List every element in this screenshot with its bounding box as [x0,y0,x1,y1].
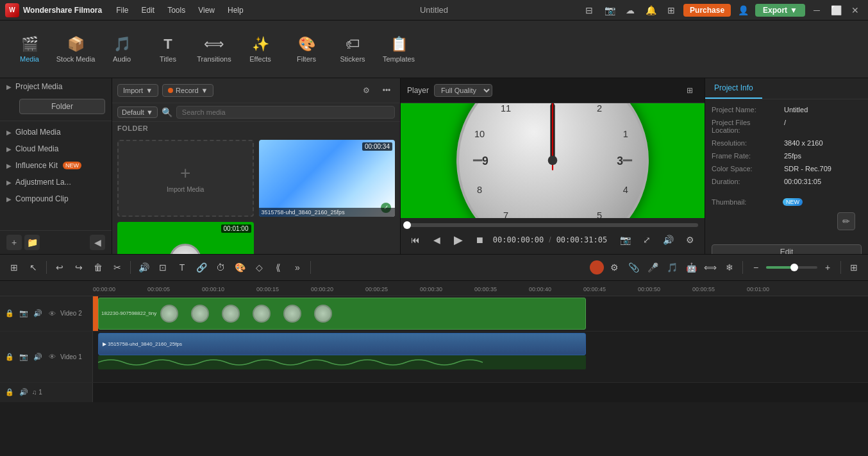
menu-edit[interactable]: Edit [136,4,160,16]
tool-stickers[interactable]: 🏷 Stickers [331,25,374,74]
track-camera-button[interactable]: 📷 [18,308,29,319]
edit-thumbnail-button[interactable]: ✏ [837,212,855,230]
import-media-item[interactable]: + Import Media [117,140,254,217]
track1-eye-button[interactable]: 👁 [46,351,58,362]
tab-project-info[interactable]: Project Info [705,78,762,99]
clip-tl-button[interactable]: 📎 [624,258,642,276]
track1-mute-button[interactable]: 🔊 [32,351,44,362]
play-backward-button[interactable]: ◀ [428,231,444,249]
zoom-out-button[interactable]: − [747,258,765,276]
sidebar-item-project-media[interactable]: ▶ Project Media [0,78,112,95]
minimize-window-icon[interactable]: ⊟ [581,2,597,19]
win-minimize-button[interactable]: ─ [809,3,824,18]
prev-frame-button[interactable]: ⏮ [407,231,423,249]
default-select[interactable]: Default ▼ [117,106,158,118]
transition-tl-button[interactable]: ⟺ [701,258,719,276]
color-button[interactable]: 🎨 [231,258,249,276]
tool-titles[interactable]: T Titles [146,25,190,74]
settings-button[interactable]: ⚙ [681,231,697,249]
purchase-button[interactable]: Purchase [683,4,731,17]
layout-button[interactable]: ⊞ [845,258,863,276]
cut-button[interactable]: ✂ [108,258,126,276]
tool-stock-media[interactable]: 📦 Stock Media [54,25,97,74]
keyframe-button[interactable]: ◇ [250,258,268,276]
export-button[interactable]: Export ▼ [755,4,805,17]
templates-label: Templates [383,55,415,63]
win-close-button[interactable]: ✕ [847,3,863,18]
select-tool-button[interactable]: ↖ [24,258,42,276]
zoom-slider[interactable] [766,266,817,269]
import-button[interactable]: Import ▼ [117,84,158,97]
play-button[interactable]: ▶ [450,231,466,249]
tool-transitions[interactable]: ⟺ Transitions [192,25,236,74]
edit-button[interactable]: Edit [712,244,862,254]
audio1-mute-button[interactable]: 🔊 [18,387,29,398]
stop-button[interactable]: ⏹ [471,231,487,249]
record-button[interactable]: Record ▼ [162,84,213,97]
sidebar-item-influence-kit[interactable]: ▶ Influence Kit NEW [0,157,112,174]
crop-button[interactable]: ⊡ [154,258,172,276]
camera-icon[interactable]: 📷 [601,2,618,19]
split-button[interactable]: ⟪ [269,258,287,276]
delete-button[interactable]: 🗑 [89,258,107,276]
track-eye-button[interactable]: 👁 [46,308,58,319]
track1-lock-button[interactable]: 🔒 [4,351,15,362]
quality-select[interactable]: Full Quality Half Quality [434,84,492,97]
notification-icon[interactable]: 🔔 [642,2,659,19]
sidebar-item-global-media[interactable]: ▶ Global Media [0,124,112,140]
tool-media[interactable]: 🎬 Media [8,25,51,74]
more-icon[interactable]: ••• [378,82,395,99]
zoom-in-button[interactable]: + [819,258,837,276]
clip2-duration: 00:01:00 [221,224,251,233]
menu-help[interactable]: Help [222,4,249,16]
freeze-button[interactable]: ❄ [721,258,739,276]
ai-button[interactable]: 🤖 [682,258,700,276]
sidebar-item-compound-clip[interactable]: ▶ Compound Clip [0,190,112,207]
tool-templates[interactable]: 📋 Templates [377,25,421,74]
track-mute-button[interactable]: 🔊 [32,308,44,319]
sidebar-item-cloud-media[interactable]: ▶ Cloud Media [0,140,112,157]
tool-audio[interactable]: 🎵 Audio [100,25,144,74]
clip-video1[interactable]: ▶ 3515758-uhd_3840_2160_25fps [98,333,586,355]
tool-filters[interactable]: 🎨 Filters [285,25,328,74]
sidebar-item-adjustment[interactable]: ▶ Adjustment La... [0,174,112,190]
undo-button[interactable]: ↩ [51,258,69,276]
grid-icon[interactable]: ⊞ [663,2,680,19]
menu-view[interactable]: View [193,4,220,16]
screenshot-button[interactable]: 📷 [617,231,633,249]
link-button[interactable]: 🔗 [192,258,210,276]
media-item-clip2[interactable]: 🕛 00:01:00 clock-green-screen [117,222,254,254]
text-button[interactable]: T [173,258,191,276]
fullscreen-button[interactable]: ⤢ [639,231,655,249]
more-tl-btn[interactable]: » [288,258,306,276]
record-tl-button[interactable] [590,260,604,274]
account-icon[interactable]: 👤 [735,2,751,19]
audio-detach-button[interactable]: 🔊 [135,258,153,276]
new-folder-button[interactable]: 📁 [24,235,40,250]
voice-button[interactable]: 🎤 [644,258,662,276]
volume-button[interactable]: 🔊 [660,231,676,249]
settings-tl-button[interactable]: ⚙ [605,258,623,276]
tool-effects[interactable]: ✨ Effects [238,25,282,74]
beat-button[interactable]: 🎵 [663,258,681,276]
split-mode-button[interactable]: ⊞ [5,258,23,276]
win-restore-button[interactable]: ⬜ [828,3,844,18]
menu-right: ⊟ 📷 ☁ 🔔 ⊞ Purchase 👤 Export ▼ ─ ⬜ ✕ [581,2,863,19]
preview-settings-icon[interactable]: ⊞ [681,82,698,99]
folder-button[interactable]: Folder [19,99,105,114]
filter-icon[interactable]: ⚙ [358,82,374,99]
track-lock-button[interactable]: 🔒 [4,308,15,319]
add-folder-button[interactable]: + [6,235,22,250]
audio1-lock-button[interactable]: 🔒 [4,387,15,398]
menu-file[interactable]: File [111,4,133,16]
progress-bar[interactable] [407,223,698,227]
search-input[interactable] [176,106,395,119]
collapse-panel-button[interactable]: ◀ [90,235,105,250]
menu-tools[interactable]: Tools [162,4,190,16]
speed-button[interactable]: ⏱ [212,258,230,276]
clip-video2[interactable]: 182230-907598822_tiny [98,298,586,330]
track1-camera-button[interactable]: 📷 [18,351,29,362]
cloud-icon[interactable]: ☁ [622,2,638,19]
media-item-clip1[interactable]: 00:00:34 ✓ 3515758-uhd_3840_2160_25fps [259,140,396,217]
redo-button[interactable]: ↪ [70,258,88,276]
